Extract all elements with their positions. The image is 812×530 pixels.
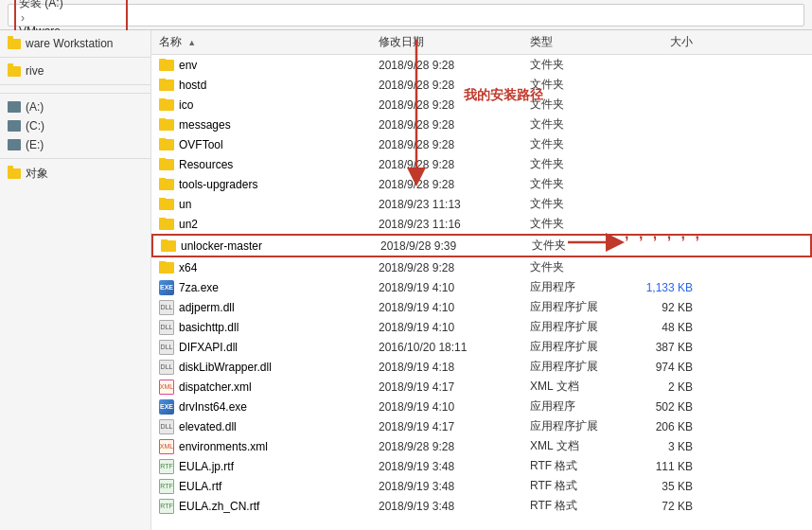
xml-icon: XML <box>159 439 174 454</box>
folder-icon <box>159 60 174 71</box>
cell-type: 文件夹 <box>530 196 625 212</box>
rtf-icon: RTF <box>159 479 174 494</box>
folder-icon <box>161 240 176 252</box>
file-name: 7za.exe <box>179 281 219 294</box>
sidebar-divider-2 <box>0 84 150 85</box>
drive-icon-e <box>8 139 21 150</box>
cell-date: 2018/9/28 9:39 <box>380 239 532 253</box>
cell-type: 文件夹 <box>530 259 625 275</box>
folder-icon <box>159 219 174 230</box>
cell-size: 387 KB <box>625 341 700 354</box>
file-row[interactable]: Resources 2018/9/28 9:28 文件夹 <box>151 154 812 174</box>
file-row[interactable]: XML dispatcher.xml 2018/9/19 4:17 XML 文档… <box>151 377 812 397</box>
cell-type: 文件夹 <box>530 136 625 152</box>
cell-size: 502 KB <box>625 400 700 414</box>
col-header-type[interactable]: 类型 <box>530 34 625 50</box>
sort-arrow: ▲ <box>187 38 196 47</box>
folder-icon <box>159 119 174 131</box>
file-list: env 2018/9/28 9:28 文件夹 hostd 2018/9/28 9… <box>151 55 812 530</box>
cell-name: Resources <box>151 158 379 171</box>
col-header-size[interactable]: 大小 <box>625 34 700 50</box>
cell-type: 应用程序扩展 <box>530 418 625 434</box>
cell-type: 应用程序扩展 <box>530 339 625 355</box>
cell-size: 92 KB <box>625 301 700 314</box>
file-row[interactable]: ico 2018/9/28 9:28 文件夹 <box>151 95 812 115</box>
cell-date: 2018/9/28 9:28 <box>379 138 530 151</box>
cell-date: 2018/9/19 4:18 <box>379 361 530 374</box>
main-area: ware Workstation rive (A:) (C:) (E:) 对象 <box>0 30 812 530</box>
file-row[interactable]: x64 2018/9/28 9:28 文件夹 <box>151 257 812 277</box>
file-name: hostd <box>179 79 206 92</box>
folder-icon <box>159 139 174 150</box>
drive-icon-a <box>8 101 21 113</box>
column-header: 名称 ▲ 修改日期 类型 大小 <box>151 30 812 55</box>
file-row[interactable]: RTF EULA.jp.rtf 2018/9/19 3:48 RTF 格式 11… <box>151 456 812 476</box>
folder-icon <box>159 99 174 111</box>
file-name: EULA.zh_CN.rtf <box>179 500 259 513</box>
cell-type: XML 文档 <box>530 379 625 395</box>
file-row[interactable]: tools-upgraders 2018/9/28 9:28 文件夹 <box>151 174 812 194</box>
sidebar-label-drive: rive <box>26 64 44 78</box>
cell-date: 2018/9/19 4:10 <box>379 321 530 334</box>
cell-name: DLL DIFXAPI.dll <box>151 340 379 355</box>
sidebar-label-c: (C:) <box>26 119 44 132</box>
cell-type: RTF 格式 <box>530 458 625 474</box>
cell-date: 2016/10/20 18:11 <box>379 341 530 354</box>
cell-type: 文件夹 <box>530 77 625 93</box>
file-row[interactable]: hostd 2018/9/28 9:28 文件夹 <box>151 75 812 95</box>
cell-date: 2018/9/28 9:28 <box>379 158 530 171</box>
sidebar-divider-3 <box>0 93 150 94</box>
rtf-icon: RTF <box>159 499 174 514</box>
breadcrumb-bar[interactable]: 🖥 此电脑 › 安装 (A:) › VMware › VMware Workst… <box>8 4 804 26</box>
file-row[interactable]: env 2018/9/28 9:28 文件夹 <box>151 55 812 75</box>
col-header-name[interactable]: 名称 ▲ <box>151 34 379 50</box>
cell-type: 文件夹 <box>530 97 625 113</box>
file-row[interactable]: DLL diskLibWrapper.dll 2018/9/19 4:18 应用… <box>151 357 812 377</box>
file-row[interactable]: OVFTool 2018/9/28 9:28 文件夹 <box>151 134 812 154</box>
file-row[interactable]: unlocker-master 2018/9/28 9:39 文件夹 <box>151 234 812 257</box>
file-row[interactable]: RTF EULA.zh_CN.rtf 2018/9/19 3:48 RTF 格式… <box>151 496 812 516</box>
file-row[interactable]: DLL DIFXAPI.dll 2016/10/20 18:11 应用程序扩展 … <box>151 337 812 357</box>
sidebar-item-drive[interactable]: rive <box>0 62 150 80</box>
cell-date: 2018/9/19 3:48 <box>379 500 530 513</box>
cell-type: 文件夹 <box>530 216 625 232</box>
sidebar-label-e: (E:) <box>26 138 44 151</box>
file-row[interactable]: EXE drvInst64.exe 2018/9/19 4:10 应用程序 50… <box>151 397 812 416</box>
file-name: tools-upgraders <box>179 178 257 191</box>
dll-icon: DLL <box>159 419 174 434</box>
folder-icon <box>159 199 174 210</box>
cell-name: DLL adjperm.dll <box>151 300 379 315</box>
dll-icon: DLL <box>159 320 174 335</box>
cell-type: 文件夹 <box>530 57 625 73</box>
sidebar-item-workstation[interactable]: ware Workstation <box>0 34 150 53</box>
file-row[interactable]: DLL elevated.dll 2018/9/19 4:17 应用程序扩展 2… <box>151 416 812 436</box>
file-row[interactable]: un2 2018/9/23 11:16 文件夹 <box>151 214 812 234</box>
cell-name: DLL diskLibWrapper.dll <box>151 360 379 375</box>
cell-name: tools-upgraders <box>151 178 379 191</box>
dll-icon: DLL <box>159 340 174 355</box>
file-row[interactable]: RTF EULA.rtf 2018/9/19 3:48 RTF 格式 35 KB <box>151 476 812 496</box>
file-row[interactable]: DLL basichttp.dll 2018/9/19 4:10 应用程序扩展 … <box>151 317 812 337</box>
cell-size: 111 KB <box>625 460 700 473</box>
file-row[interactable]: EXE 7za.exe 2018/9/19 4:10 应用程序 1,133 KB <box>151 277 812 297</box>
col-header-date[interactable]: 修改日期 <box>379 34 530 50</box>
file-name: environments.xml <box>179 440 268 453</box>
file-row[interactable]: un 2018/9/23 11:13 文件夹 <box>151 194 812 214</box>
file-name: unlocker-master <box>181 239 262 253</box>
cell-type: 应用程序 <box>530 279 625 295</box>
file-row[interactable]: XML environments.xml 2018/9/28 9:28 XML … <box>151 436 812 456</box>
breadcrumb-sep-2: › <box>21 11 25 25</box>
cell-name: RTF EULA.jp.rtf <box>151 459 379 474</box>
sidebar-item-c[interactable]: (C:) <box>0 116 150 135</box>
sidebar-item-a[interactable]: (A:) <box>0 97 150 116</box>
file-name: DIFXAPI.dll <box>179 341 238 354</box>
cell-date: 2018/9/19 4:17 <box>379 420 530 433</box>
folder-icon <box>159 159 174 170</box>
file-row[interactable]: DLL adjperm.dll 2018/9/19 4:10 应用程序扩展 92… <box>151 297 812 317</box>
file-row[interactable]: messages 2018/9/28 9:28 文件夹 <box>151 115 812 134</box>
sidebar-item-e[interactable]: (E:) <box>0 135 150 154</box>
cell-date: 2018/9/19 3:48 <box>379 480 530 493</box>
sidebar-label-object: 对象 <box>26 166 48 182</box>
sidebar-item-object[interactable]: 对象 <box>0 163 150 185</box>
cell-name: OVFTool <box>151 138 379 151</box>
